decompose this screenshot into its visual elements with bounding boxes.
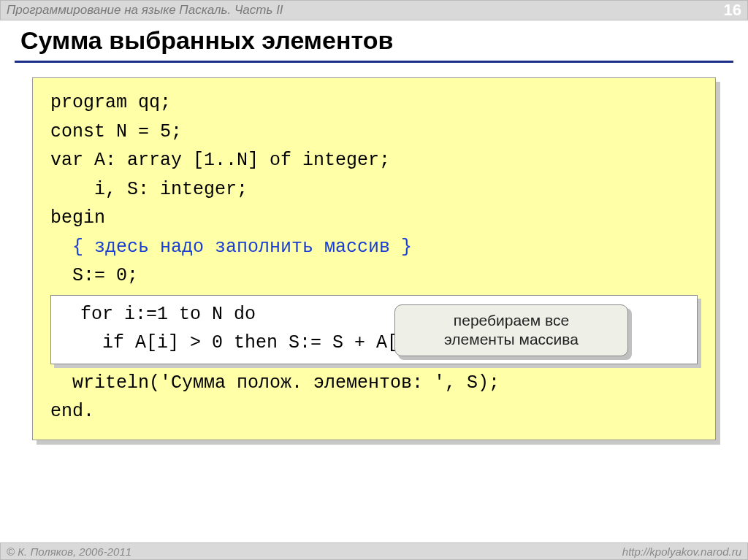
code-line: i, S: integer; [50, 175, 698, 204]
code-line: end. [50, 397, 698, 426]
footer-bar: © К. Поляков, 2006-2011 http://kpolyakov… [0, 542, 748, 560]
footer-left: © К. Поляков, 2006-2011 [7, 545, 131, 558]
page-number: 16 [724, 1, 741, 20]
code-box-wrap: program qq; const N = 5; var A: array [1… [32, 77, 716, 440]
code-line: const N = 5; [50, 118, 698, 147]
slide-title: Сумма выбранных элементов [20, 26, 728, 55]
header-bar: Программирование на языке Паскаль. Часть… [0, 0, 748, 20]
code-line: writeln('Сумма полож. элементов: ', S); [50, 369, 698, 398]
code-box: program qq; const N = 5; var A: array [1… [32, 77, 716, 440]
footer-right: http://kpolyakov.narod.ru [622, 545, 741, 558]
callout-line: элементы массива [410, 330, 613, 349]
header-title: Программирование на языке Паскаль. Часть… [7, 3, 283, 18]
code-line: var A: array [1..N] of integer; [50, 146, 698, 175]
code-line: begin [50, 204, 698, 233]
callout-wrap: перебираем все элементы массива [394, 304, 628, 356]
title-section: Сумма выбранных элементов [0, 20, 748, 58]
code-line: program qq; [50, 88, 698, 118]
title-underline [15, 61, 733, 63]
code-comment: { здесь надо заполнить массив } [50, 233, 698, 262]
callout-box: перебираем все элементы массива [394, 304, 628, 356]
code-line: S:= 0; [50, 261, 698, 291]
callout-line: перебираем все [410, 311, 613, 330]
